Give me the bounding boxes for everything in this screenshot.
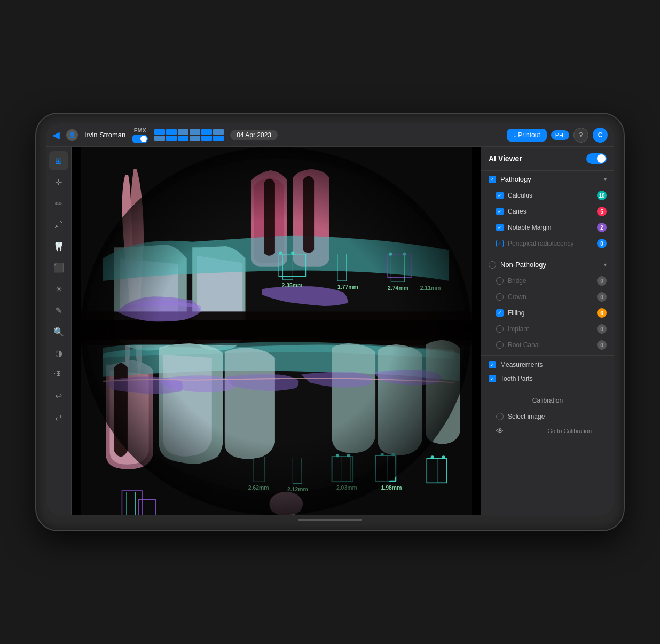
printout-button[interactable]: ↓ Printout — [507, 129, 547, 142]
root-canal-label: Root Canal — [508, 341, 593, 349]
date-display[interactable]: 04 Apr 2023 — [230, 130, 278, 140]
root-canal-badge: 0 — [597, 340, 607, 350]
svg-point-59 — [81, 147, 472, 515]
svg-text:1.98mm: 1.98mm — [381, 485, 402, 491]
calibration-title: Calibration — [489, 397, 607, 404]
contrast-tool-button[interactable]: ◑ — [49, 343, 68, 363]
help-button[interactable]: ? — [573, 128, 588, 143]
periapical-badge: 0 — [597, 239, 607, 248]
filling-badge: 6 — [597, 308, 607, 318]
ai-viewer-toggle[interactable] — [586, 153, 607, 164]
divider-2 — [481, 355, 614, 356]
caries-checkbox[interactable] — [496, 208, 504, 215]
brightness-tool-button[interactable]: ☀ — [49, 279, 68, 299]
select-image-row[interactable]: Select image — [489, 410, 607, 423]
panel-title: AI Viewer — [489, 154, 522, 163]
filling-checkbox[interactable] — [496, 309, 504, 317]
select-image-label: Select image — [508, 413, 545, 420]
implant-checkbox[interactable] — [496, 325, 504, 333]
crown-row[interactable]: Crown 0 — [481, 289, 614, 305]
pen-tool-button[interactable]: ✏ — [49, 194, 68, 213]
bridge-badge: 0 — [597, 276, 607, 286]
tooth-parts-label: Tooth Parts — [500, 375, 607, 382]
right-panel: AI Viewer Pathology ▾ Calculus 10 — [481, 147, 614, 515]
periapical-checkbox[interactable] — [496, 240, 504, 247]
bridge-checkbox[interactable] — [496, 277, 504, 285]
measurements-label: Measurements — [500, 361, 607, 368]
non-pathology-checkbox[interactable] — [489, 261, 496, 269]
go-calibration-link[interactable]: Go to Calibration — [540, 426, 599, 436]
fmx-label: FMX — [134, 127, 146, 133]
tablet-frame: ◀ 👤 Irvin Stroman FMX — [36, 114, 624, 530]
chip-tool-button[interactable]: ⬛ — [49, 258, 68, 277]
filling-row[interactable]: Filling 6 — [481, 305, 614, 321]
back-button[interactable]: ◀ — [52, 129, 60, 141]
panel-header: AI Viewer — [481, 147, 614, 171]
notable-margin-badge: 2 — [597, 223, 607, 232]
calculus-label: Calculus — [508, 192, 593, 199]
edit-tool-button[interactable]: ✎ — [49, 301, 68, 320]
root-canal-row[interactable]: Root Canal 0 — [481, 337, 614, 353]
caries-badge: 5 — [597, 207, 607, 216]
zoom-tool-button[interactable]: 🔍 — [49, 322, 68, 341]
pathology-chevron: ▾ — [604, 176, 607, 182]
undo-tool-button[interactable]: ↩ — [49, 386, 68, 405]
pathology-checkbox[interactable] — [489, 176, 496, 183]
bridge-label: Bridge — [508, 277, 593, 285]
filling-label: Filling — [508, 309, 593, 317]
topbar: ◀ 👤 Irvin Stroman FMX — [46, 123, 614, 147]
tablet-screen: ◀ 👤 Irvin Stroman FMX — [46, 123, 614, 515]
svg-point-20 — [431, 455, 434, 459]
left-sidebar: ⊞ ✛ ✏ 🖊 🦷 ⬛ ☀ ✎ 🔍 ◑ 👁 ↩ ⇄ — [46, 147, 72, 515]
periapical-row[interactable]: Periapical radiolucency 0 — [481, 235, 614, 252]
caries-row[interactable]: Caries 5 — [481, 203, 614, 219]
calculus-badge: 10 — [597, 191, 607, 200]
implant-label: Implant — [508, 325, 593, 333]
tooth-tool-button[interactable]: 🦷 — [49, 237, 68, 256]
tooth-parts-row[interactable]: Tooth Parts — [481, 372, 614, 386]
xray-grid-selector[interactable] — [154, 129, 224, 141]
image-viewport[interactable]: 2.35mm 1.77mm 2.74mm 2.11mm 1.95mm 2.62m… — [72, 147, 481, 515]
measurements-checkbox[interactable] — [489, 361, 496, 368]
crown-badge: 0 — [597, 292, 607, 302]
calculus-row[interactable]: Calculus 10 — [481, 187, 614, 203]
notable-margin-row[interactable]: Notable Margin 2 — [481, 219, 614, 235]
calculus-checkbox[interactable] — [496, 192, 504, 199]
caries-label: Caries — [508, 208, 593, 215]
divider-1 — [481, 254, 614, 254]
root-canal-checkbox[interactable] — [496, 341, 504, 349]
flip-tool-button[interactable]: ⇄ — [49, 407, 68, 427]
crown-label: Crown — [508, 293, 593, 301]
pencil-tool-button[interactable]: 🖊 — [49, 215, 68, 234]
calibration-eye-icon[interactable]: 👁 — [496, 427, 504, 435]
pathology-section-header[interactable]: Pathology ▾ — [481, 171, 614, 187]
eye-tool-button[interactable]: 👁 — [49, 365, 68, 384]
implant-badge: 0 — [597, 324, 607, 334]
grid-tool-button[interactable]: ⊞ — [49, 151, 68, 170]
crown-checkbox[interactable] — [496, 293, 504, 301]
implant-row[interactable]: Implant 0 — [481, 321, 614, 337]
user-name: Irvin Stroman — [84, 131, 125, 139]
topbar-right: ↓ Printout PHI ? C — [507, 128, 608, 143]
measurements-row[interactable]: Measurements — [481, 358, 614, 372]
periapical-label: Periapical radiolucency — [508, 240, 593, 247]
notable-margin-label: Notable Margin — [508, 224, 593, 231]
tooth-parts-checkbox[interactable] — [489, 375, 496, 382]
divider-3 — [481, 388, 614, 388]
pathology-title: Pathology — [500, 175, 600, 183]
bridge-row[interactable]: Bridge 0 — [481, 273, 614, 289]
fmx-toggle[interactable] — [132, 135, 148, 143]
notable-margin-checkbox[interactable] — [496, 224, 504, 231]
move-tool-button[interactable]: ✛ — [49, 172, 68, 192]
svg-point-21 — [442, 455, 445, 459]
select-image-checkbox[interactable] — [496, 413, 504, 420]
calibration-section: Calibration Select image 👁 Go to Calibra… — [481, 390, 614, 443]
non-pathology-title: Non-Pathology — [500, 261, 600, 269]
non-pathology-section-header[interactable]: Non-Pathology ▾ — [481, 256, 614, 273]
non-pathology-chevron: ▾ — [604, 262, 607, 268]
user-avatar: 👤 — [66, 129, 78, 141]
phi-toggle[interactable]: PHI — [551, 130, 569, 140]
home-indicator — [298, 519, 362, 521]
main-content: ⊞ ✛ ✏ 🖊 🦷 ⬛ ☀ ✎ 🔍 ◑ 👁 ↩ ⇄ — [46, 147, 614, 515]
user-button[interactable]: C — [593, 128, 608, 143]
